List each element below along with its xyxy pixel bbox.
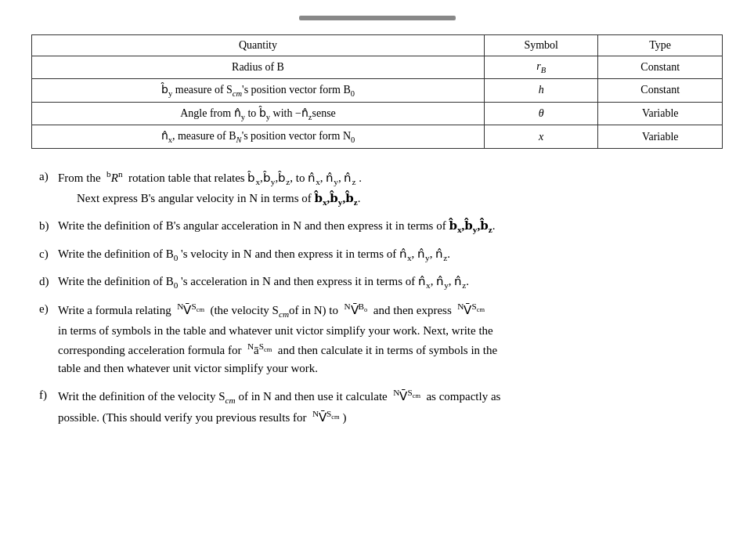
data-table: Quantity Symbol Type Radius of B rB Cons…: [31, 34, 723, 149]
problems-section: a) From the bRn rotation table that rela…: [31, 168, 723, 427]
top-bar: [31, 16, 723, 20]
problem-a: a) From the bRn rotation table that rela…: [39, 168, 715, 209]
label-e: e): [39, 300, 58, 378]
row1-quantity: Radius of B: [32, 56, 485, 79]
row4-quantity: n̂x, measure of BN's position vector for…: [32, 125, 485, 149]
label-b: b): [39, 217, 58, 237]
row2-quantity: b̂y measure of Scm's position vector for…: [32, 78, 485, 102]
problem-e: e) Write a formula relating NV̄Scm (the …: [39, 300, 715, 378]
text-a: From the bRn rotation table that relates…: [58, 168, 715, 209]
row3-quantity: Angle from n̂y to b̂y with −n̂zsense: [32, 102, 485, 125]
table-row: n̂x, measure of BN's position vector for…: [32, 125, 723, 149]
row2-symbol: h: [485, 78, 598, 102]
text-e: Write a formula relating NV̄Scm (the vel…: [58, 300, 715, 378]
row3-type: Variable: [598, 102, 723, 125]
label-a: a): [39, 168, 58, 209]
table-row: b̂y measure of Scm's position vector for…: [32, 78, 723, 102]
table-row: Angle from n̂y to b̂y with −n̂zsense θ V…: [32, 102, 723, 125]
text-b: Write the definition of B's angular acce…: [58, 217, 715, 237]
row4-type: Variable: [598, 125, 723, 149]
col-header-quantity: Quantity: [32, 35, 485, 56]
row4-symbol: x: [485, 125, 598, 149]
problem-c: c) Write the definition of B0 's velocit…: [39, 245, 715, 265]
table-row: Radius of B rB Constant: [32, 56, 723, 79]
text-f: Writ the definition of the velocity Scm …: [58, 386, 715, 428]
text-c: Write the definition of B0 's velocity i…: [58, 245, 715, 265]
label-f: f): [39, 386, 58, 428]
row1-symbol: rB: [485, 56, 598, 79]
row1-type: Constant: [598, 56, 723, 79]
col-header-type: Type: [598, 35, 723, 56]
col-header-symbol: Symbol: [485, 35, 598, 56]
problem-d: d) Write the definition of B0 's acceler…: [39, 273, 715, 292]
text-d: Write the definition of B0 's accelerati…: [58, 273, 715, 292]
row2-type: Constant: [598, 78, 723, 102]
label-d: d): [39, 273, 58, 292]
row3-symbol: θ: [485, 102, 598, 125]
label-c: c): [39, 245, 58, 265]
top-bar-decoration: [299, 16, 456, 20]
problem-f: f) Writ the definition of the velocity S…: [39, 386, 715, 428]
problem-b: b) Write the definition of B's angular a…: [39, 217, 715, 237]
